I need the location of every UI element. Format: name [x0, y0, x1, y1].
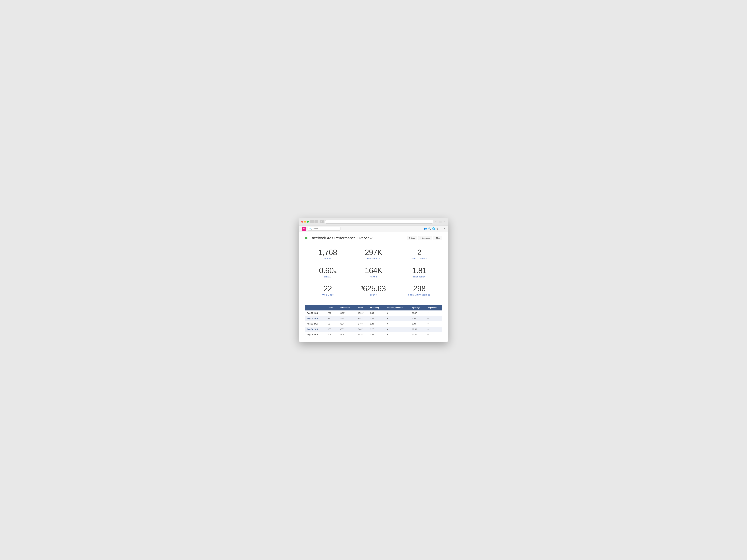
back-button[interactable]: ‹	[310, 220, 314, 223]
metric-label: FREQUENCY	[398, 276, 441, 278]
table-cell: 4,526	[356, 332, 368, 337]
table-header: Reach	[356, 305, 368, 311]
table-cell: 3,887	[356, 327, 368, 332]
page-title: Facebook Ads Performance Overview	[310, 236, 372, 240]
metric-cell: 2 SOCIAL CLICKS	[396, 245, 442, 263]
metric-cell: 0.60% CTR (%)	[305, 263, 351, 281]
table-cell: 49	[326, 316, 337, 321]
browser-window: ‹ › ⬜ ⬆ ⬜ ＋ + 🔍 👥 🔍 🌐 ⚙ — ↗	[299, 218, 448, 342]
table-cell: 3,254	[337, 321, 356, 327]
metric-value: 1.81	[412, 266, 427, 275]
table-cell: Aug 03 2016	[305, 321, 326, 327]
report-actions: ⊟ Send ⬇ Download ▾ More	[407, 236, 442, 240]
forward-button[interactable]: ›	[314, 220, 318, 223]
table-cell: 1.33	[368, 321, 385, 327]
maximize-button[interactable]	[307, 221, 309, 223]
table-cell: 36,021	[337, 311, 356, 316]
share-icon[interactable]: ⬆	[434, 220, 437, 223]
metric-value: 297K	[365, 248, 382, 257]
browser-titlebar: ‹ › ⬜ ⬆ ⬜ ＋	[301, 220, 446, 225]
search-icon: 🔍	[309, 228, 312, 230]
globe-icon[interactable]: 🌐	[432, 227, 435, 230]
table-cell: 53	[326, 321, 337, 327]
new-tab-icon[interactable]: ＋	[443, 220, 446, 223]
table-cell: 2,450	[356, 321, 368, 327]
table-cell: 17,532	[356, 311, 368, 316]
main-content: Facebook Ads Performance Overview ⊟ Send…	[299, 232, 448, 342]
reading-list-icon[interactable]: ⬜	[439, 220, 442, 223]
table-cell: 0	[426, 321, 442, 327]
table-cell: 0	[385, 316, 410, 321]
metric-label: IMPRESSIONS	[352, 258, 395, 260]
tab-overview-button[interactable]: ⬜	[319, 220, 324, 223]
table-cell: 264	[326, 311, 337, 316]
table-cell: 39.97	[410, 311, 426, 316]
metric-cell: $625.63 SPEND	[351, 281, 396, 299]
metric-cell: 164K REACH	[351, 263, 396, 281]
add-button[interactable]: +	[302, 227, 306, 231]
table-header: Social Impressions	[385, 305, 410, 311]
metric-label: REACH	[352, 276, 395, 278]
status-dot	[305, 237, 307, 239]
search-bar: 🔍	[308, 227, 341, 231]
people-icon[interactable]: 👥	[424, 227, 427, 230]
nav-buttons: ‹ ›	[310, 220, 318, 223]
browser-chrome: ‹ › ⬜ ⬆ ⬜ ＋	[299, 218, 448, 225]
metric-cell: 297K IMPRESSIONS	[351, 245, 396, 263]
app-toolbar: + 🔍 👥 🔍 🌐 ⚙ — ↗	[299, 225, 448, 232]
export-icon[interactable]: ↗	[443, 227, 445, 230]
search-input[interactable]	[313, 228, 336, 230]
table-cell: 10.00	[410, 332, 426, 337]
close-button[interactable]	[301, 221, 303, 223]
metric-label: SOCIAL IMPRESSIONS	[398, 294, 441, 296]
minimize-icon[interactable]: —	[440, 228, 442, 230]
metric-cell: 22 PAGE LIKES	[305, 281, 351, 299]
table-cell: 0	[385, 327, 410, 332]
metric-label: SOCIAL CLICKS	[398, 258, 441, 260]
table-header: Impressions	[337, 305, 356, 311]
table-cell: 3	[385, 311, 410, 316]
table-cell: 5.04	[410, 316, 426, 321]
table-row: Aug 02 2016494,2402,9821.4205.040	[305, 316, 442, 321]
metric-value: 0.60%	[319, 266, 336, 275]
table-row: Aug 04 20161034,9313,8871.27010.000	[305, 327, 442, 332]
metric-cell: 1,768 CLICKS	[305, 245, 351, 263]
table-cell: 5.00	[410, 321, 426, 327]
minimize-button[interactable]	[304, 221, 306, 223]
metrics-grid: 1,768 CLICKS 297K IMPRESSIONS 2 SOCIAL C…	[305, 245, 442, 299]
table-cell: 4,931	[337, 327, 356, 332]
table-cell: 105	[326, 332, 337, 337]
table-cell: 1.27	[368, 327, 385, 332]
table-cell: Aug 01 2016	[305, 311, 326, 316]
report-header: Facebook Ads Performance Overview ⊟ Send…	[305, 236, 442, 240]
metric-label: CLICKS	[306, 258, 349, 260]
table-cell: 1.22	[368, 332, 385, 337]
table-cell: 5,514	[337, 332, 356, 337]
metric-value: 298	[413, 284, 426, 293]
table-row: Aug 03 2016533,2542,4501.3305.000	[305, 321, 442, 327]
address-bar[interactable]	[325, 220, 433, 223]
table-cell: 0	[385, 332, 410, 337]
traffic-lights	[301, 221, 309, 223]
toolbar-right: 👥 🔍 🌐 ⚙ — ↗	[424, 227, 445, 230]
table-header: Frequency	[368, 305, 385, 311]
table-cell: Aug 04 2016	[305, 327, 326, 332]
table-cell: 10.00	[410, 327, 426, 332]
settings-icon[interactable]: ⚙	[436, 227, 438, 230]
table-cell: 0	[385, 321, 410, 327]
send-button[interactable]: ⊟ Send	[407, 236, 417, 240]
metric-value: 2	[417, 248, 421, 257]
more-button[interactable]: ▾ More	[433, 236, 442, 240]
metric-label: CTR (%)	[306, 276, 349, 278]
table-cell: 1.42	[368, 316, 385, 321]
table-cell: 0	[426, 316, 442, 321]
table-cell: 2,982	[356, 316, 368, 321]
report-title-area: Facebook Ads Performance Overview	[305, 236, 372, 240]
metric-label: SPEND	[352, 294, 395, 296]
download-button[interactable]: ⬇ Download	[418, 236, 432, 240]
table-cell: Aug 02 2016	[305, 316, 326, 321]
table-cell: 0	[426, 327, 442, 332]
search-toolbar-icon[interactable]: 🔍	[428, 227, 431, 230]
table-header: Page Likes	[426, 305, 442, 311]
table-cell: 2	[426, 311, 442, 316]
